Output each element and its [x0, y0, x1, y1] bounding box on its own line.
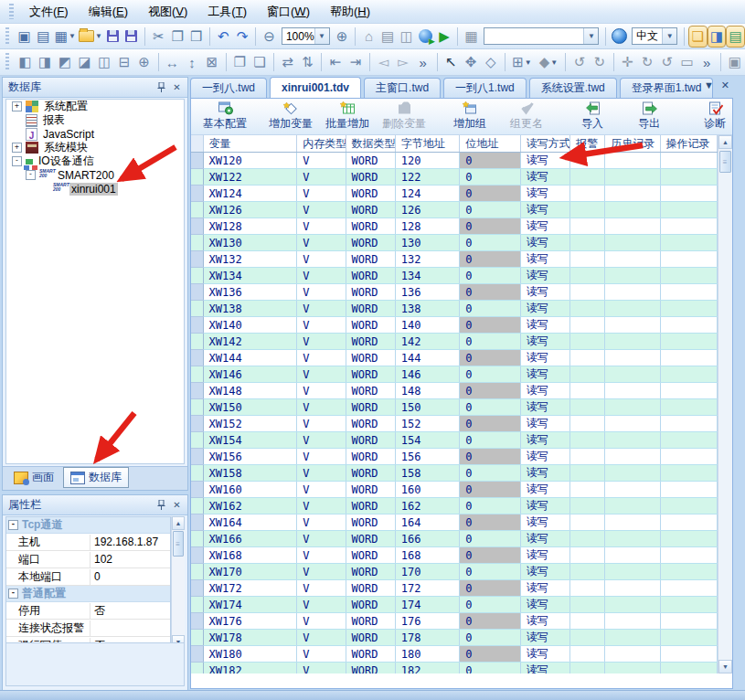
- space-horizontal-icon[interactable]: ⇄: [279, 52, 297, 72]
- cell-bit-address[interactable]: 0: [460, 383, 520, 399]
- cell-byte-address[interactable]: 122: [395, 169, 459, 186]
- cell-data-type[interactable]: WORD: [346, 580, 395, 597]
- search-combo[interactable]: ▼: [484, 27, 600, 45]
- row-selector[interactable]: [191, 218, 203, 235]
- table-row-XW170[interactable]: XW170VWORD1700读写: [191, 564, 718, 580]
- cell-data-type[interactable]: WORD: [346, 284, 395, 301]
- cell-byte-address[interactable]: 180: [395, 646, 459, 663]
- row-selector[interactable]: [191, 202, 203, 218]
- cell-alarm[interactable]: [569, 186, 604, 202]
- document-tab-xinrui001-tdv[interactable]: xinrui001.tdv: [270, 77, 361, 98]
- cell-bit-address[interactable]: 0: [460, 465, 520, 482]
- column-header-读写方式[interactable]: 读写方式: [520, 135, 569, 153]
- cell-data-type[interactable]: WORD: [346, 646, 395, 663]
- properties-scrollbar[interactable]: ▲ ≡ ▼: [171, 516, 185, 649]
- cell-byte-address[interactable]: 174: [395, 597, 459, 613]
- cell-variable[interactable]: XW168: [203, 547, 297, 564]
- row-selector[interactable]: [191, 169, 203, 186]
- cell-operation-log[interactable]: [660, 432, 717, 449]
- new-screen-icon[interactable]: ▣: [16, 27, 33, 47]
- cell-operation-log[interactable]: [660, 399, 717, 416]
- cell-history[interactable]: [605, 547, 660, 564]
- cell-byte-address[interactable]: 134: [395, 268, 459, 284]
- cell-read-write[interactable]: 读写: [520, 580, 569, 597]
- cell-bit-address[interactable]: 0: [460, 350, 520, 366]
- cell-bit-address[interactable]: 0: [460, 169, 520, 186]
- cell-variable[interactable]: XW176: [203, 613, 297, 630]
- cell-variable[interactable]: XW166: [203, 531, 297, 547]
- 增加变量-button[interactable]: 增加变量: [262, 101, 319, 133]
- cell-read-write[interactable]: 读写: [520, 366, 569, 383]
- cell-history[interactable]: [605, 218, 660, 235]
- overflow-chevron-icon[interactable]: »: [697, 52, 716, 72]
- tree-item-报表[interactable]: 报表: [6, 113, 184, 127]
- document-tab-主窗口-twd[interactable]: 主窗口.twd: [364, 78, 441, 98]
- cell-history[interactable]: [605, 399, 660, 416]
- cell-byte-address[interactable]: 138: [395, 301, 459, 317]
- 导入-button[interactable]: 导入: [564, 101, 621, 133]
- table-row-XW162[interactable]: XW162VWORD1620读写: [191, 498, 718, 514]
- cell-alarm[interactable]: [569, 580, 604, 597]
- cell-data-type[interactable]: WORD: [346, 630, 395, 646]
- cell-variable[interactable]: XW130: [203, 235, 297, 251]
- row-selector[interactable]: [191, 498, 203, 514]
- scroll-down-icon[interactable]: ▼: [718, 660, 732, 673]
- cell-memory-type[interactable]: V: [297, 449, 346, 465]
- cell-read-write[interactable]: 读写: [520, 153, 569, 169]
- menu-item[interactable]: 文件(F): [19, 1, 79, 23]
- flip-vertical-icon[interactable]: ▻: [394, 52, 412, 72]
- cell-data-type[interactable]: WORD: [346, 514, 395, 531]
- cell-memory-type[interactable]: V: [297, 597, 346, 613]
- cell-history[interactable]: [605, 564, 660, 580]
- row-selector[interactable]: [191, 646, 203, 663]
- cell-data-type[interactable]: WORD: [346, 399, 395, 416]
- cell-data-type[interactable]: WORD: [346, 531, 395, 547]
- new-page-icon[interactable]: ▤: [35, 27, 52, 47]
- cell-memory-type[interactable]: V: [297, 646, 346, 663]
- chevron-down-icon[interactable]: ▼: [314, 28, 329, 44]
- cell-variable[interactable]: XW182: [203, 663, 297, 674]
- cell-read-write[interactable]: 读写: [520, 186, 569, 202]
- document-tab-登录界面1-twd[interactable]: 登录界面1.twd: [620, 78, 714, 98]
- cell-variable[interactable]: XW120: [203, 153, 297, 169]
- cell-operation-log[interactable]: [660, 317, 717, 334]
- table-row-XW176[interactable]: XW176VWORD1760读写: [191, 613, 718, 630]
- cell-alarm[interactable]: [569, 630, 604, 646]
- property-group[interactable]: -普通配置: [6, 586, 170, 602]
- column-header-操作记录[interactable]: 操作记录: [660, 135, 717, 153]
- cell-data-type[interactable]: WORD: [346, 186, 395, 202]
- cell-byte-address[interactable]: 168: [395, 547, 459, 564]
- cell-memory-type[interactable]: V: [297, 268, 346, 284]
- cell-variable[interactable]: XW152: [203, 416, 297, 432]
- send-back-icon[interactable]: ❏: [250, 52, 269, 72]
- scrollbar-thumb[interactable]: ≡: [719, 151, 731, 173]
- cell-variable[interactable]: XW162: [203, 498, 297, 514]
- cell-read-write[interactable]: 读写: [520, 663, 569, 674]
- cell-bit-address[interactable]: 0: [460, 416, 520, 432]
- cell-alarm[interactable]: [569, 514, 604, 531]
- row-selector[interactable]: [191, 317, 203, 334]
- group-collapse-icon[interactable]: -: [8, 520, 18, 530]
- cell-history[interactable]: [605, 449, 660, 465]
- menu-item[interactable]: 工具(T): [197, 1, 257, 23]
- same-width-icon[interactable]: ↔: [163, 52, 181, 72]
- cell-data-type[interactable]: WORD: [346, 449, 395, 465]
- cell-memory-type[interactable]: V: [297, 630, 346, 646]
- cell-byte-address[interactable]: 148: [395, 383, 459, 399]
- pin-icon[interactable]: [154, 498, 168, 512]
- cell-read-write[interactable]: 读写: [520, 268, 569, 284]
- cell-byte-address[interactable]: 140: [395, 317, 459, 334]
- home-icon[interactable]: ⌂: [360, 27, 378, 47]
- cell-memory-type[interactable]: V: [297, 153, 346, 169]
- cell-alarm[interactable]: [569, 663, 604, 674]
- cell-history[interactable]: [605, 580, 660, 597]
- cell-operation-log[interactable]: [660, 153, 717, 169]
- cell-data-type[interactable]: WORD: [346, 317, 395, 334]
- cell-alarm[interactable]: [569, 268, 604, 284]
- lang-combo[interactable]: 中文▼: [632, 27, 677, 45]
- view-grid-icon[interactable]: ⊞▼: [510, 52, 535, 72]
- cell-memory-type[interactable]: V: [297, 514, 346, 531]
- cell-data-type[interactable]: WORD: [346, 153, 395, 169]
- 诊断-button[interactable]: 诊断: [686, 101, 743, 133]
- row-selector[interactable]: [191, 432, 203, 449]
